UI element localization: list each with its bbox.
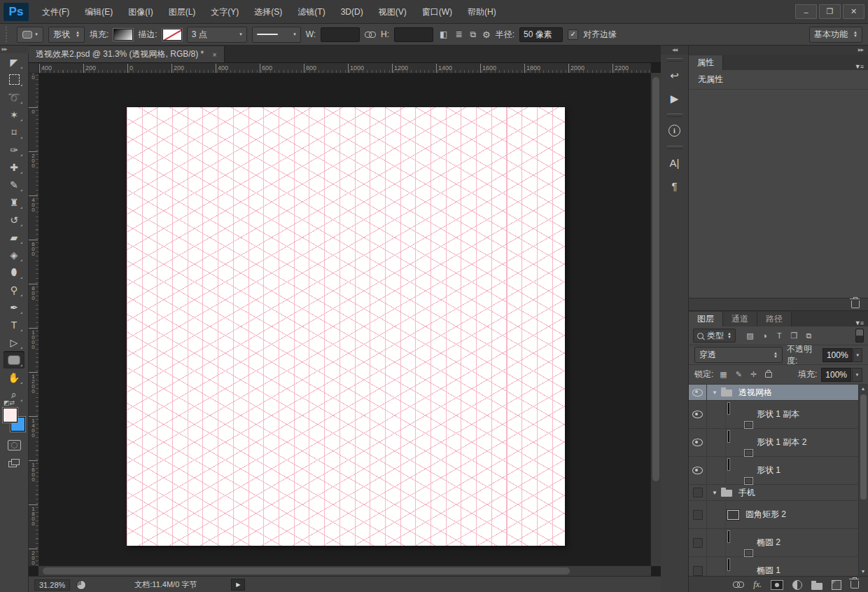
layer-row[interactable]: 圆角矩形 2	[689, 501, 868, 529]
trash-icon[interactable]	[851, 301, 860, 308]
layers-scrollbar[interactable]: ▲ ▼	[858, 385, 868, 576]
zoom-level-field[interactable]: 31.28%	[34, 579, 70, 591]
path-selection-tool[interactable]: ▷	[4, 333, 24, 351]
menu-item-5[interactable]: 选择(S)	[246, 1, 290, 23]
rectangular-marquee-tool[interactable]	[4, 71, 24, 88]
visibility-toggle[interactable]	[689, 385, 707, 400]
tab-properties[interactable]: 属性	[689, 55, 723, 70]
scroll-up-icon[interactable]: ▲	[859, 385, 867, 393]
fill-opacity-value[interactable]: 100%	[821, 368, 851, 382]
layer-thumbnail[interactable]	[728, 532, 750, 554]
visibility-toggle[interactable]	[689, 485, 707, 500]
path-operations-icon[interactable]: ◧	[438, 29, 449, 39]
panel-menu-icon[interactable]: ▼≡	[855, 319, 863, 326]
info-panel-icon[interactable]: i	[663, 119, 686, 142]
type-tool[interactable]: T	[4, 316, 24, 333]
tools-collapse-icon[interactable]: ▶▶	[0, 46, 30, 53]
visibility-toggle[interactable]	[689, 457, 707, 484]
layer-style-icon[interactable]: fx.	[753, 579, 762, 590]
layer-thumbnail[interactable]	[728, 404, 750, 426]
new-layer-icon[interactable]	[832, 580, 841, 590]
shape-width-input[interactable]	[321, 27, 360, 42]
link-layers-icon[interactable]	[733, 581, 744, 588]
adjustment-layer-icon[interactable]	[792, 580, 802, 590]
menu-item-6[interactable]: 滤镜(T)	[290, 1, 332, 23]
visibility-toggle[interactable]	[689, 401, 707, 428]
quick-mask-icon[interactable]	[8, 440, 21, 450]
layer-row[interactable]: 形状 1 副本 2	[689, 429, 868, 457]
paragraph-panel-icon[interactable]: ¶	[663, 174, 686, 198]
horizontal-scrollbar-thumb[interactable]	[43, 567, 570, 574]
eye-icon[interactable]	[692, 389, 703, 397]
filter-shape-layers-icon[interactable]: ❒	[788, 329, 801, 342]
horizontal-scrollbar[interactable]	[38, 565, 651, 576]
hand-tool[interactable]: ✋	[4, 369, 24, 386]
align-edges-checkbox[interactable]: ✓	[568, 29, 578, 40]
opacity-value[interactable]: 100%	[822, 348, 853, 362]
actions-panel-icon[interactable]: ▶	[663, 87, 686, 110]
eye-icon[interactable]	[692, 411, 703, 418]
scroll-down-icon[interactable]: ▼	[859, 567, 867, 576]
minimize-button[interactable]: –	[795, 4, 817, 19]
dodge-tool[interactable]: ⚲	[4, 281, 24, 298]
path-arrangement-icon[interactable]: ⧉	[469, 29, 478, 39]
menu-item-7[interactable]: 3D(D)	[333, 1, 371, 23]
menu-item-9[interactable]: 窗口(W)	[414, 1, 460, 23]
path-alignment-icon[interactable]: ≣	[454, 29, 463, 39]
layer-row[interactable]: 椭圆 2	[689, 529, 868, 557]
filter-adjustment-layers-icon[interactable]: ◑	[758, 329, 771, 342]
tab-图层[interactable]: 图层	[689, 312, 723, 326]
menu-item-2[interactable]: 图像(I)	[120, 1, 160, 23]
filter-kind-select[interactable]: 类型 ▲▼	[693, 329, 736, 343]
filter-pixel-layers-icon[interactable]: ▨	[743, 329, 757, 342]
layer-row[interactable]: ▼手机	[689, 485, 868, 501]
link-dimensions-icon[interactable]	[365, 32, 376, 38]
visibility-toggle[interactable]	[689, 557, 707, 576]
visibility-toggle[interactable]	[689, 529, 707, 556]
hidden-checkbox[interactable]	[693, 566, 703, 576]
close-icon[interactable]: ×	[212, 50, 216, 59]
document-tab[interactable]: 透视效果2.psd @ 31.3% (透视网格, RGB/8) * ×	[29, 46, 225, 62]
menu-item-1[interactable]: 编辑(E)	[77, 1, 120, 23]
panels-expand-icon[interactable]: ▶▶	[689, 46, 868, 55]
move-tool[interactable]: ◤	[4, 53, 24, 71]
rounded-rectangle-tool[interactable]	[4, 351, 24, 369]
tool-preset-picker[interactable]: ▾	[17, 27, 43, 43]
expand-triangle-icon[interactable]: ▼	[712, 390, 718, 396]
eraser-tool[interactable]: ▰	[4, 228, 24, 246]
menu-item-0[interactable]: 文件(F)	[34, 1, 77, 23]
gear-icon[interactable]: ⚙	[482, 29, 491, 40]
panel-menu-icon[interactable]: ▼≡	[855, 63, 863, 70]
healing-brush-tool[interactable]: ✚	[4, 158, 24, 176]
stroke-swatch[interactable]	[162, 29, 182, 41]
expand-triangle-icon[interactable]: ▼	[712, 490, 718, 496]
maximize-button[interactable]: ❐	[819, 4, 841, 19]
layer-row[interactable]: 形状 1	[689, 457, 868, 485]
shape-mode-select[interactable]: 形状 ▲▼	[48, 27, 85, 43]
blend-mode-select[interactable]: 穿透 ▲▼	[694, 347, 783, 363]
paint-bucket-tool[interactable]: ◈	[4, 246, 24, 263]
new-group-icon[interactable]	[811, 583, 822, 590]
character-panel-icon[interactable]: A|	[663, 151, 686, 174]
eye-icon[interactable]	[692, 439, 703, 446]
menu-item-10[interactable]: 帮助(H)	[460, 1, 504, 23]
layer-row[interactable]: ▼透视网格	[689, 385, 868, 401]
layer-row[interactable]: 形状 1 副本	[689, 401, 868, 429]
hidden-checkbox[interactable]	[693, 510, 703, 520]
tab-通道[interactable]: 通道	[723, 312, 757, 326]
crop-tool[interactable]: ⌑	[4, 123, 24, 141]
close-button[interactable]: ✕	[843, 4, 864, 19]
stroke-width-select[interactable]: 3 点 ▾	[187, 27, 247, 43]
clone-stamp-tool[interactable]: ♜	[4, 193, 24, 211]
menu-item-8[interactable]: 视图(V)	[371, 1, 414, 23]
add-mask-icon[interactable]	[771, 580, 783, 590]
lock-transparency-icon[interactable]: ▦	[718, 370, 729, 379]
screen-mode-icon[interactable]	[8, 459, 20, 467]
quick-selection-tool[interactable]: ✶	[4, 106, 24, 123]
layer-thumbnail[interactable]	[728, 460, 750, 482]
filter-type-layers-icon[interactable]: T	[773, 329, 786, 342]
panels-collapse-icon[interactable]: ◀◀	[661, 46, 688, 55]
history-panel-icon[interactable]: ↩	[663, 64, 686, 87]
tab-路径[interactable]: 路径	[757, 312, 792, 326]
pen-tool[interactable]: ✒	[4, 298, 24, 316]
